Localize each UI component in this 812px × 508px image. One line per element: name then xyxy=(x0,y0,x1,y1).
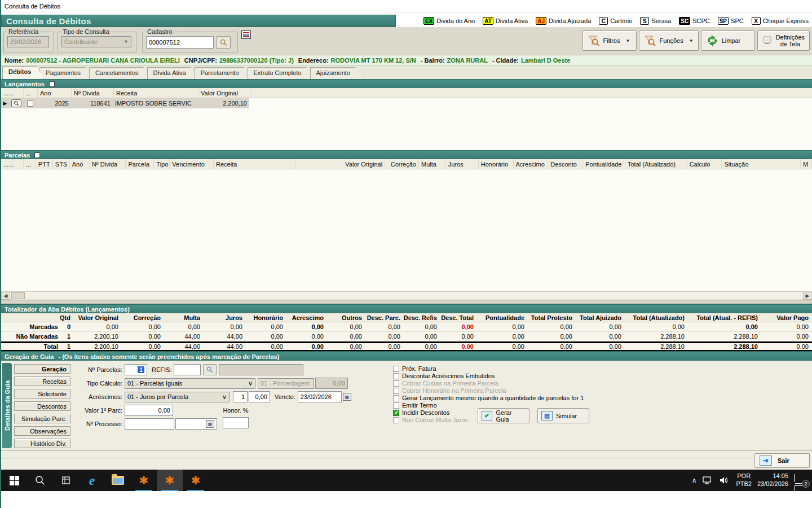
network-icon[interactable] xyxy=(702,476,713,485)
n-parcelas-field[interactable]: 1 xyxy=(125,364,147,375)
parcelas-col-header[interactable]: Parcela xyxy=(126,159,154,169)
calculator-icon[interactable]: ▦ xyxy=(206,420,214,428)
guia-nav-button[interactable]: Simulação Parc. xyxy=(14,414,70,423)
guia-nav-button[interactable]: Geração xyxy=(14,364,70,374)
checkbox-icon[interactable] xyxy=(393,380,399,387)
scroll-right-icon[interactable]: ▶ xyxy=(803,292,812,300)
parcelas-col-header[interactable]: ...... xyxy=(1,159,24,169)
guia-nav-button[interactable]: Descontos xyxy=(14,401,70,411)
valor1-field[interactable]: 0,00 xyxy=(125,405,173,416)
parcelas-col-header[interactable]: Multa xyxy=(419,159,446,169)
scroll-left-icon[interactable]: ◀ xyxy=(1,292,10,300)
parcelas-col-header[interactable]: Acrescimo xyxy=(514,159,549,169)
checkbox-icon[interactable] xyxy=(393,388,399,394)
cadastro-search-button[interactable] xyxy=(216,36,231,49)
tab[interactable]: Ajuizamento xyxy=(310,67,364,79)
scrollbar-thumb[interactable] xyxy=(11,292,25,299)
guia-nav-button[interactable]: Receitas xyxy=(14,376,70,386)
guia-option[interactable]: Cobrar Custas na Primeira Parcela xyxy=(393,380,709,387)
select-all-checkbox[interactable] xyxy=(49,81,55,87)
processo-aux-field[interactable]: ▦ xyxy=(175,418,217,430)
task-view-button[interactable] xyxy=(53,470,79,491)
guia-nav-button[interactable]: Solicitante xyxy=(14,389,70,398)
tab[interactable]: Extrato Completo xyxy=(248,67,315,79)
parcelas-col-header[interactable]: M xyxy=(801,159,812,169)
checkbox-icon[interactable] xyxy=(393,417,399,423)
filtros-button[interactable]: Filtros ▼ xyxy=(582,30,637,51)
vencto-field[interactable]: 23/02/2026 xyxy=(298,391,342,402)
parcelas-col-header[interactable]: STS xyxy=(53,159,70,169)
taskbar-search-button[interactable] xyxy=(27,470,53,491)
start-button[interactable] xyxy=(1,470,27,491)
parcelas-col-header[interactable]: PTT xyxy=(36,159,53,169)
tab[interactable]: Dívida Ativa xyxy=(147,67,199,79)
checkbox-icon[interactable] xyxy=(393,410,399,416)
parcelas-col-header[interactable]: Receita xyxy=(214,159,295,169)
parcelas-col-header[interactable]: Total (Atualizado) xyxy=(625,159,687,169)
limpar-button[interactable]: Limpar xyxy=(701,30,755,51)
checkbox-icon[interactable] xyxy=(393,373,399,379)
parcelas-col-header[interactable]: Pontualidade xyxy=(583,159,625,169)
action-center-button[interactable]: 2 xyxy=(794,475,807,486)
guia-nav-button[interactable]: Observações xyxy=(14,426,70,436)
checkbox-icon[interactable] xyxy=(393,402,399,409)
guia-nav-button[interactable]: Histórico Div. xyxy=(14,439,70,448)
lancamentos-col-header[interactable]: ... xyxy=(24,88,38,98)
tab[interactable]: Cancelamentos xyxy=(89,67,151,79)
simular-button[interactable]: ▦ Simular xyxy=(537,408,589,423)
app-button-3[interactable]: ✱ xyxy=(183,470,209,491)
parcelas-col-header[interactable]: Juros xyxy=(446,159,479,169)
parcelas-col-header[interactable]: ... xyxy=(24,159,36,169)
parcelas-col-header[interactable]: Desconto xyxy=(548,159,583,169)
refis-search-button[interactable] xyxy=(203,364,217,375)
parcelas-col-header[interactable]: Honorário xyxy=(479,159,514,169)
tab[interactable]: Débitos xyxy=(2,66,44,79)
parcelas-col-header[interactable]: Ano xyxy=(70,159,90,169)
guia-option[interactable]: Gerar Lançamento mesmo quando a quantida… xyxy=(393,395,709,402)
language-indicator[interactable]: POR PTB2 xyxy=(736,472,752,488)
lancamentos-col-header[interactable]: Receita xyxy=(114,88,198,98)
lancamentos-col-header[interactable]: Ano xyxy=(38,88,72,98)
cadastro-field[interactable] xyxy=(146,36,214,49)
app-button-2[interactable]: ✱ xyxy=(157,470,183,491)
row-checkbox[interactable] xyxy=(27,100,33,107)
processo-field[interactable] xyxy=(125,418,174,430)
tipo-consulta-select[interactable]: Contribuinte ▼ xyxy=(61,36,131,47)
speaker-icon[interactable] xyxy=(719,476,730,485)
list-icon[interactable] xyxy=(241,30,251,39)
tray-expand-chevron-icon[interactable]: ∧ xyxy=(692,476,697,484)
parcelas-col-header[interactable]: Vencimento xyxy=(170,159,214,169)
clock[interactable]: 14:05 23/02/2026 xyxy=(757,472,788,488)
tab[interactable]: Pagamentos xyxy=(39,67,94,79)
parcelas-col-header[interactable]: Tipo xyxy=(154,159,170,169)
acrescimos-amount-field[interactable]: 0,00 xyxy=(249,391,270,402)
parcelas-col-header[interactable]: Nº Divida xyxy=(90,159,126,169)
checkbox-icon[interactable] xyxy=(393,366,399,372)
parcelas-col-header[interactable]: Valor Original xyxy=(295,159,386,169)
lancamentos-col-header[interactable]: Valor Original xyxy=(198,88,252,98)
parcelas-col-header[interactable]: Calculo xyxy=(687,159,722,169)
parcelas-col-header[interactable]: Correção xyxy=(385,159,419,169)
acrescimos-qty-field[interactable]: 1 xyxy=(233,391,248,402)
checkbox-icon[interactable] xyxy=(393,395,399,401)
lancamentos-col-header[interactable]: Nº Divida xyxy=(72,88,114,98)
internet-explorer-button[interactable]: e xyxy=(79,470,105,491)
referencia-field[interactable] xyxy=(7,36,49,47)
guia-option[interactable]: Cobrar Honorário na Primeira Parcela xyxy=(393,387,709,395)
guia-option[interactable]: Descontar Acréscimos Embutidos xyxy=(393,373,709,380)
gerar-guia-button[interactable]: ✔ Gerar Guia xyxy=(478,408,529,423)
lancamentos-col-header[interactable]: ...... xyxy=(1,88,24,98)
acrescimos-select[interactable]: 01 - Juros por Parcela ∨ xyxy=(125,392,230,402)
lancamentos-row[interactable]: ▶ 2025 118641 IMPOSTO SOBRE SERVIC 2.200… xyxy=(1,98,249,108)
honor-field[interactable] xyxy=(223,417,249,428)
row-detail-button[interactable] xyxy=(11,99,21,107)
sair-button[interactable]: ➜ Sair xyxy=(754,453,810,468)
detalhes-da-guia-tab[interactable]: Detalhes da Guia xyxy=(2,363,12,448)
parcelas-col-header[interactable]: Situação xyxy=(722,159,801,169)
refis-field[interactable] xyxy=(174,364,201,375)
calendar-icon[interactable]: ▦ xyxy=(343,393,351,401)
select-all-checkbox[interactable] xyxy=(34,152,40,158)
app-button-1[interactable]: ✱ xyxy=(131,470,157,491)
horizontal-scrollbar[interactable]: ◀ ▶ xyxy=(1,291,812,300)
definicoes-tela-button[interactable]: Definições de Tela xyxy=(757,30,810,51)
